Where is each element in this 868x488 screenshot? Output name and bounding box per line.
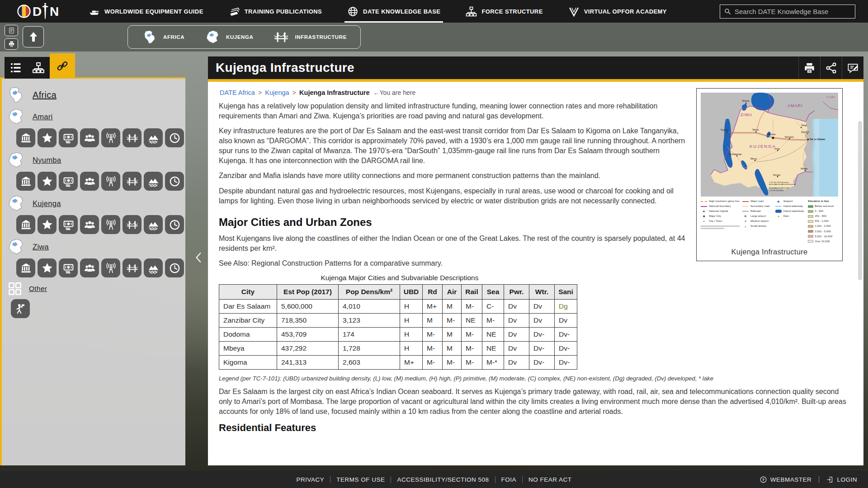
physical-environment-icon-button[interactable] xyxy=(144,128,163,147)
cities-table-wrap: Kujenga Major Cities and Subvariable Des… xyxy=(219,274,580,370)
sidebar-view-tabs xyxy=(5,53,75,79)
sidebar-link-amari[interactable]: Amari xyxy=(33,113,53,121)
economic-icon-button[interactable] xyxy=(59,215,78,234)
economic-icon-button[interactable] xyxy=(59,172,78,191)
information-icon-button[interactable] xyxy=(101,172,120,191)
report-button[interactable] xyxy=(5,25,18,36)
context-breadcrumb-tabs: AFRICA KUJENGA INFRASTRUCTURE xyxy=(127,25,361,49)
body-paragraph: Dar Es Salaam is the largest city on eas… xyxy=(219,387,851,417)
economic-icon-button[interactable] xyxy=(59,128,78,147)
time-icon-button[interactable] xyxy=(165,128,184,147)
footer-link-foia[interactable]: FOIA xyxy=(495,476,523,483)
sidebar-link-nyumba[interactable]: Nyumba xyxy=(33,156,61,164)
main-content: Kujenga Infrastructure xyxy=(208,56,863,465)
feedback-button[interactable] xyxy=(842,56,863,79)
infrastructure-icon-button[interactable] xyxy=(123,128,142,147)
svg-text:AMARI: AMARI xyxy=(788,103,803,108)
information-icon-button[interactable] xyxy=(101,215,120,234)
social-icon-button[interactable] xyxy=(80,128,99,147)
amari-variable-icons xyxy=(16,128,185,147)
social-icon-button[interactable] xyxy=(80,172,99,191)
time-icon-button[interactable] xyxy=(165,172,184,191)
kujenga-infrastructure-map[interactable]: Bukoba Kigoma Tabora Tanga Zanzibar Dar … xyxy=(701,93,838,197)
collapse-sidebar-arrow[interactable] xyxy=(192,246,206,269)
webmaster-button[interactable]: WEBMASTER xyxy=(760,476,812,483)
search-icon xyxy=(724,8,731,15)
sidebar-link-africa[interactable]: Africa xyxy=(33,90,57,100)
infrastructure-icon-button[interactable] xyxy=(123,172,142,191)
svg-text:Tabora: Tabora xyxy=(752,129,759,131)
infrastructure-icon-button[interactable] xyxy=(123,258,142,277)
nav-virtual-opfor-academy[interactable]: VIRTUAL OPFOR ACADEMY xyxy=(568,0,667,23)
nav-date-knowledge-base[interactable]: DATE KNOWLEDGE BASE xyxy=(347,0,440,23)
political-icon-button[interactable] xyxy=(16,128,35,147)
footer-links: PRIVACY TERMS OF USE ACCESSIBILITY/SECTI… xyxy=(290,476,577,483)
infrastructure-icon-button[interactable] xyxy=(123,215,142,234)
svg-text:Dar es Salaam: Dar es Salaam xyxy=(810,138,826,141)
military-icon-button[interactable] xyxy=(38,215,57,234)
nav-force-structure[interactable]: FORCE STRUCTURE xyxy=(466,0,542,23)
sidebar-link-ziwa[interactable]: Ziwa xyxy=(33,243,49,251)
question-circle-icon xyxy=(760,476,767,483)
svg-text:KUJENGA: KUJENGA xyxy=(750,144,776,149)
political-icon-button[interactable] xyxy=(16,258,35,277)
sidebar-link-kujenga[interactable]: Kujenga xyxy=(33,199,61,208)
ziwa-map-icon xyxy=(5,238,26,256)
nyumba-variable-icons xyxy=(16,172,185,191)
information-icon-button[interactable] xyxy=(101,128,120,147)
nav-training-publications[interactable]: TRAINING PUBLICATIONS xyxy=(229,0,322,23)
svg-text:Morogoro: Morogoro xyxy=(785,136,794,138)
breadcrumb-link-date-africa[interactable]: DATE Africa xyxy=(220,89,255,96)
information-icon-button[interactable] xyxy=(101,258,120,277)
political-icon-button[interactable] xyxy=(16,215,35,234)
nav-worldwide-equipment-guide[interactable]: WORLDWIDE EQUIPMENT GUIDE xyxy=(89,0,203,23)
social-icon-button[interactable] xyxy=(80,258,99,277)
sidebar-link-other[interactable]: Other xyxy=(29,285,47,293)
search-input[interactable] xyxy=(735,8,851,15)
map-legend: High resolution game box National bounda… xyxy=(701,199,838,244)
economic-icon-button[interactable] xyxy=(59,258,78,277)
breadcrumb-link-kujenga[interactable]: Kujenga xyxy=(265,89,289,96)
page-scrollbar-thumb[interactable] xyxy=(858,121,862,280)
context-tab-africa[interactable]: AFRICA xyxy=(142,29,184,45)
login-button[interactable]: LOGIN xyxy=(826,476,857,483)
table-row: Dodoma453,709174HM-MM-NEDvDv-Dv- xyxy=(219,327,577,341)
voa-v-icon xyxy=(568,6,580,17)
social-icon-button[interactable] xyxy=(80,215,99,234)
time-icon-button[interactable] xyxy=(165,215,184,234)
physical-environment-icon-button[interactable] xyxy=(144,172,163,191)
login-icon xyxy=(826,476,834,483)
article-actions xyxy=(798,56,863,79)
print-button[interactable] xyxy=(798,56,820,79)
physical-environment-icon-button[interactable] xyxy=(144,215,163,234)
time-icon-button[interactable] xyxy=(165,258,184,277)
military-icon-button[interactable] xyxy=(38,128,57,147)
political-icon-button[interactable] xyxy=(16,172,35,191)
odin-logo[interactable]: D N xyxy=(16,2,70,21)
globe-icon xyxy=(347,6,359,17)
africa-map-icon xyxy=(142,29,158,45)
tab-links-view[interactable] xyxy=(50,53,75,79)
svg-text:Zanzibar: Zanzibar xyxy=(801,131,809,133)
print-mini-button[interactable] xyxy=(5,38,18,50)
footer-link-accessibility[interactable]: ACCESSIBILITY/SECTION 508 xyxy=(391,476,495,483)
you-are-here-marker: ←You are here xyxy=(373,89,416,96)
tab-list-view[interactable] xyxy=(5,57,27,79)
footer-link-terms[interactable]: TERMS OF USE xyxy=(330,476,391,483)
footer-link-privacy[interactable]: PRIVACY xyxy=(290,476,330,483)
svg-text:0 25 50 100 Miles: 0 25 50 100 Miles xyxy=(769,189,784,192)
tab-sitemap-view[interactable] xyxy=(27,57,50,79)
actors-icon-button[interactable] xyxy=(11,299,30,318)
up-level-button[interactable] xyxy=(23,26,44,47)
footer-link-no-fear-act[interactable]: NO FEAR ACT xyxy=(522,476,578,483)
svg-text:0 50 100 200 Kilometers: 0 50 100 200 Kilometers xyxy=(769,181,789,183)
context-tab-kujenga[interactable]: KUJENGA xyxy=(204,29,253,45)
military-icon-button[interactable] xyxy=(38,172,57,191)
svg-text:Kigoma: Kigoma xyxy=(721,129,728,131)
physical-environment-icon-button[interactable] xyxy=(144,258,163,277)
share-button[interactable] xyxy=(820,56,842,79)
context-tab-infrastructure[interactable]: INFRASTRUCTURE xyxy=(273,29,346,45)
table-header-row: CityEst Pop (2017)Pop Dens/km²UBDRdAirRa… xyxy=(219,284,577,299)
military-icon-button[interactable] xyxy=(38,258,57,277)
kujenga-variable-icons xyxy=(16,215,185,234)
